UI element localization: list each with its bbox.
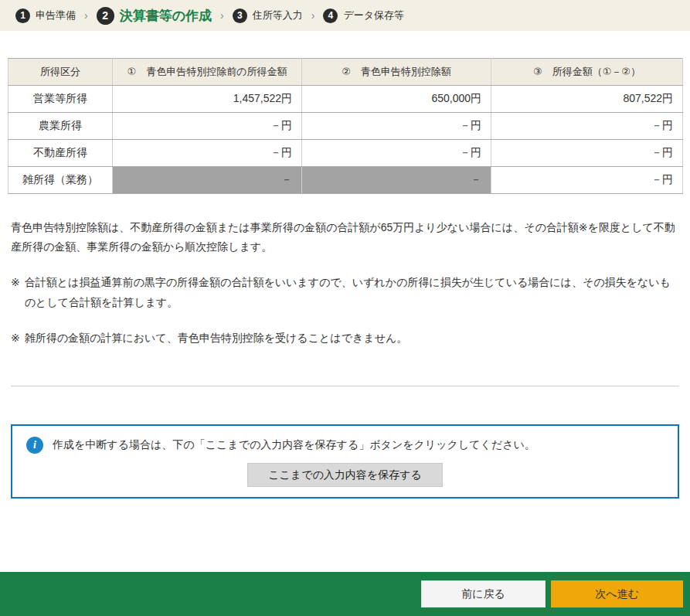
- note-total-amount: ※ 合計額とは損益通算前の黒字の所得金額の合計額をいいますので、いずれかの所得に…: [11, 273, 679, 311]
- amount-before-deduction-cell: 1,457,522円: [113, 86, 302, 113]
- step-separator-icon: ›: [220, 9, 224, 22]
- table-header-row: 所得区分① 青色申告特別控除前の所得金額② 青色申告特別控除額③ 所得金額（①－…: [8, 59, 683, 86]
- table-row: 不動産所得－円－円－円: [8, 140, 683, 167]
- column-header: ② 青色申告特別控除額: [302, 59, 491, 86]
- income-amount-cell: －円: [491, 113, 683, 140]
- note-text: 合計額とは損益通算前の黒字の所得金額の合計額をいいますので、いずれかの所得に損失…: [25, 273, 679, 311]
- step-label: 申告準備: [36, 9, 76, 22]
- section-divider: [11, 386, 679, 386]
- step-separator-icon: ›: [84, 9, 88, 22]
- step-number-badge: 1: [15, 9, 30, 23]
- income-amount-cell: －円: [491, 140, 683, 167]
- save-progress-info-box: i 作成を中断する場合は、下の「ここまでの入力内容を保存する」ボタンをクリックし…: [11, 424, 679, 499]
- income-amount-cell: －円: [491, 167, 683, 194]
- tax-wizard-page: { "stepper": { "separator": "›", "steps"…: [0, 0, 690, 616]
- deduction-explanation-paragraph: 青色申告特別控除額は、不動産所得の金額または事業所得の金額の合計額が65万円より…: [11, 218, 679, 257]
- step-label: データ保存等: [343, 9, 404, 22]
- step-separator-icon: ›: [311, 9, 315, 22]
- note-marker: ※: [11, 328, 20, 348]
- income-summary-table: 所得区分① 青色申告特別控除前の所得金額② 青色申告特別控除額③ 所得金額（①－…: [8, 58, 683, 194]
- income-category-cell: 農業所得: [8, 113, 113, 140]
- footer-action-bar: 前に戻る 次へ進む: [0, 572, 690, 616]
- column-header: ③ 所得金額（①－②）: [491, 59, 683, 86]
- next-button[interactable]: 次へ進む: [551, 580, 683, 607]
- income-category-cell: 雑所得（業務）: [8, 167, 113, 194]
- income-table-body: 営業等所得1,457,522円650,000円807,522円農業所得－円－円－…: [8, 86, 683, 194]
- column-header: ① 青色申告特別控除前の所得金額: [113, 59, 302, 86]
- save-progress-button[interactable]: ここまでの入力内容を保存する: [247, 463, 443, 487]
- income-category-cell: 不動産所得: [8, 140, 113, 167]
- step-label: 決算書等の作成: [120, 7, 212, 25]
- deduction-amount-cell: －円: [302, 140, 491, 167]
- info-message: 作成を中断する場合は、下の「ここまでの入力内容を保存する」ボタンをクリックしてく…: [53, 438, 535, 452]
- income-category-cell: 営業等所得: [8, 86, 113, 113]
- amount-before-deduction-cell: －: [113, 167, 302, 194]
- amount-before-deduction-cell: －円: [113, 140, 302, 167]
- back-button[interactable]: 前に戻る: [421, 580, 546, 607]
- deduction-amount-cell: －円: [302, 113, 491, 140]
- note-text: 雑所得の金額の計算において、青色申告特別控除を受けることはできません。: [25, 328, 679, 348]
- table-row: 雑所得（業務）－－－円: [8, 167, 683, 194]
- deduction-amount-cell: －: [302, 167, 491, 194]
- deduction-amount-cell: 650,000円: [302, 86, 491, 113]
- column-header: 所得区分: [8, 59, 113, 86]
- step-number-badge: 4: [323, 9, 338, 23]
- table-row: 農業所得－円－円－円: [8, 113, 683, 140]
- note-marker: ※: [11, 273, 20, 311]
- step-1: 1申告準備: [15, 9, 76, 23]
- step-3: 3住所等入力: [233, 9, 303, 23]
- step-label: 住所等入力: [253, 9, 303, 22]
- main-content: 所得区分① 青色申告特別控除前の所得金額② 青色申告特別控除額③ 所得金額（①－…: [0, 58, 690, 499]
- amount-before-deduction-cell: －円: [113, 113, 302, 140]
- note-misc-income: ※ 雑所得の金額の計算において、青色申告特別控除を受けることはできません。: [11, 328, 679, 348]
- step-number-badge: 3: [233, 9, 247, 23]
- table-row: 営業等所得1,457,522円650,000円807,522円: [8, 86, 683, 113]
- step-2: 2決算書等の作成: [97, 7, 212, 25]
- info-icon: i: [26, 437, 43, 454]
- income-amount-cell: 807,522円: [491, 86, 683, 113]
- step-indicator-bar: 1申告準備›2決算書等の作成›3住所等入力›4データ保存等: [0, 0, 690, 31]
- step-4: 4データ保存等: [323, 9, 404, 23]
- step-number-badge: 2: [97, 7, 114, 25]
